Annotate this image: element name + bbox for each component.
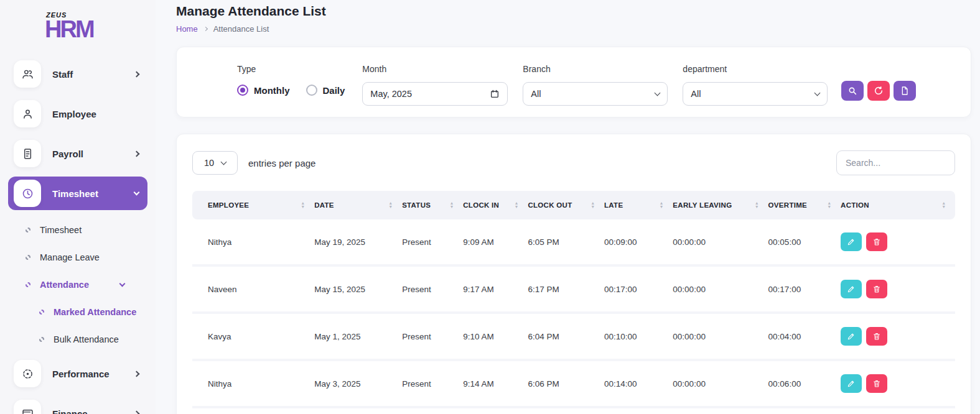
column-header-label: CLOCK IN [463,201,499,209]
employee-icon [14,100,41,127]
performance-icon [14,360,41,387]
sidebar-subitem-attendance[interactable]: Attendance [0,271,156,298]
branch-select[interactable]: All [523,82,668,106]
column-header-label: STATUS [402,201,431,209]
entries-per-page-select[interactable]: 10 [192,151,238,175]
cell-early-leaving: 00:00:00 [673,407,768,414]
department-select[interactable]: All [683,82,828,106]
attendance-table-panel: 10 entries per page EMPLOYEE▴▾DATE▴▾STAT… [176,134,971,414]
sidebar-subitem-label: Timesheet [40,225,138,235]
sidebar-item-timesheet[interactable]: Timesheet [8,177,147,210]
delete-button[interactable] [866,374,887,393]
sidebar-subitem-label: Marked Attendance [54,307,138,317]
cell-early-leaving: 00:00:00 [673,265,768,313]
cell-late: 00:10:00 [604,313,673,360]
sort-icon[interactable]: ▴▾ [390,201,392,209]
sort-icon[interactable]: ▴▾ [943,201,945,209]
column-header-date[interactable]: DATE▴▾ [314,191,402,219]
sidebar-subitem-marked-attendance[interactable]: Marked Attendance [0,298,156,326]
cell-early-leaving: 00:00:00 [673,313,768,360]
table-header: EMPLOYEE▴▾DATE▴▾STATUS▴▾CLOCK IN▴▾CLOCK … [192,191,955,219]
finance-icon [14,400,41,414]
cell-clock-out: 6:04 PM [528,313,604,360]
cell-overtime: 00:00:00 [768,407,841,414]
delete-button[interactable] [866,327,887,346]
sidebar-item-staff[interactable]: Staff [8,57,147,91]
sidebar-item-employee[interactable]: Employee [8,97,147,131]
cell-date: May 19, 2025 [314,407,402,414]
edit-button[interactable] [841,232,862,251]
table-search-input[interactable] [836,150,955,175]
sort-icon[interactable]: ▴▾ [515,201,518,209]
chevron-down-icon [221,159,227,165]
cell-clock-out: 6:17 PM [528,265,604,313]
sidebar-item-label: Timesheet [52,188,134,199]
radio-daily[interactable]: Daily [306,85,345,96]
sidebar-item-label: Employee [52,109,139,119]
table-row: NithyaMay 3, 2025Present9:14 AM6:06 PM00… [192,360,955,407]
column-header-clock-out[interactable]: CLOCK OUT▴▾ [528,191,604,219]
cell-action [841,219,955,265]
bullet-icon [39,337,44,342]
radio-monthly[interactable]: Monthly [237,85,290,96]
radio-monthly-control[interactable] [237,85,248,96]
sort-icon[interactable]: ▴▾ [660,201,663,209]
entries-value: 10 [204,158,214,168]
cell-employee: Naveen [192,265,314,313]
main-content: Manage Attendance List Home Attendance L… [156,0,980,414]
column-header-status[interactable]: STATUS▴▾ [402,191,463,219]
delete-button[interactable] [866,232,887,251]
sort-icon[interactable]: ▴▾ [302,201,304,209]
refresh-button[interactable] [867,81,890,101]
breadcrumb-home-link[interactable]: Home [176,24,198,34]
sidebar-item-payroll[interactable]: Payroll [8,137,147,170]
cell-status: Present [402,407,463,414]
chevron-right-icon [134,410,140,414]
edit-button[interactable] [841,374,862,393]
column-header-label: OVERTIME [768,201,807,209]
delete-button[interactable] [866,280,887,298]
column-header-early-leaving[interactable]: EARLY LEAVING▴▾ [673,191,768,219]
edit-button[interactable] [841,280,862,298]
entries-per-page-label: entries per page [248,158,315,168]
sidebar-item-label: Performance [52,369,134,379]
column-header-action[interactable]: ACTION▴▾ [841,191,955,219]
column-header-label: ACTION [841,201,869,209]
department-value: All [691,89,815,99]
edit-button[interactable] [841,327,862,346]
sort-icon[interactable]: ▴▾ [450,201,453,209]
sidebar-item-performance[interactable]: Performance [8,357,147,390]
radio-daily-control[interactable] [306,85,317,96]
column-header-late[interactable]: LATE▴▾ [604,191,673,219]
sidebar-item-finance[interactable]: Finance [8,397,147,414]
cell-action [841,360,955,407]
sidebar-subitem-timesheet[interactable]: Timesheet [0,216,156,244]
sidebar-subitem-manage-leave[interactable]: Manage Leave [0,244,156,271]
sidebar-subitem-label: Attendance [40,280,120,290]
cell-overtime: 00:06:00 [768,360,841,407]
cell-clock-in: 9:10 AM [463,313,528,360]
sort-icon[interactable]: ▴▾ [755,201,758,209]
payroll-icon [14,140,41,167]
cell-late: 00:00:00 [604,407,673,414]
column-header-clock-in[interactable]: CLOCK IN▴▾ [463,191,528,219]
cell-status: Present [402,265,463,313]
cell-clock-out: 6:00 PM [528,407,604,414]
column-header-label: DATE [314,201,334,209]
export-button[interactable] [894,81,916,101]
month-input[interactable]: May, 2025 [362,82,508,106]
bullet-icon [39,310,44,315]
cell-clock-in: 9:00 AM [463,407,528,414]
month-value: May, 2025 [370,89,490,99]
sort-icon[interactable]: ▴▾ [592,201,594,209]
sidebar-subitem-bulk-attendance[interactable]: Bulk Attendance [0,326,156,353]
sort-icon[interactable]: ▴▾ [828,201,831,209]
column-header-employee[interactable]: EMPLOYEE▴▾ [192,191,314,219]
column-header-overtime[interactable]: OVERTIME▴▾ [768,191,841,219]
calendar-icon[interactable] [490,89,500,99]
table-row: NaveenMay 15, 2025Present9:17 AM6:17 PM0… [192,265,955,313]
search-icon [847,86,857,96]
search-filter-button[interactable] [841,81,864,101]
cell-action [841,407,955,414]
sidebar-item-label: Staff [52,69,134,80]
